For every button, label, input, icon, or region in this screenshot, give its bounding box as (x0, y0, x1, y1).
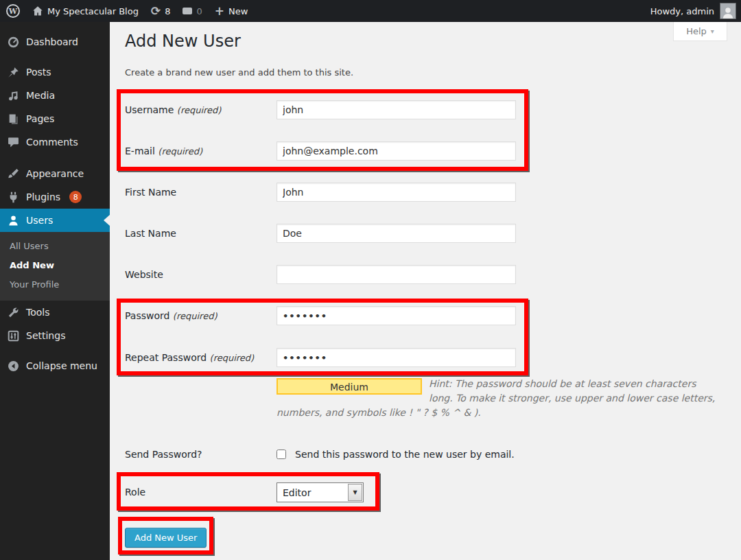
help-button[interactable]: Help ▾ (673, 22, 727, 41)
sidebar-item-appearance[interactable]: Appearance (0, 162, 110, 185)
site-name-link[interactable]: My Spectacular Blog (26, 0, 145, 22)
wordpress-logo-menu[interactable]: W (0, 0, 26, 22)
username-label: Username (125, 104, 174, 115)
sidebar-item-label: Appearance (26, 168, 84, 179)
username-input[interactable] (277, 100, 516, 119)
password-label: Password (125, 310, 169, 321)
website-label: Website (125, 269, 163, 280)
updates-count: 8 (165, 6, 170, 16)
wordpress-logo-icon: W (6, 4, 20, 18)
admin-sidebar: Dashboard Posts Media Pages Comments (0, 22, 110, 560)
submenu-item-your-profile[interactable]: Your Profile (0, 275, 110, 294)
new-label: New (228, 6, 248, 16)
media-icon (6, 90, 20, 102)
comments-icon (6, 137, 20, 148)
sidebar-item-label: Comments (26, 137, 78, 148)
role-label: Role (125, 487, 145, 498)
page-title: Add New User (125, 32, 241, 51)
plugins-update-badge: 8 (69, 191, 82, 203)
sidebar-item-plugins[interactable]: Plugins 8 (0, 185, 110, 209)
comment-bubble-icon (183, 8, 192, 14)
send-password-checkbox-label: Send this password to the new user by em… (295, 449, 515, 460)
new-content-menu[interactable]: + New (209, 0, 255, 22)
sidebar-item-pages[interactable]: Pages (0, 107, 110, 130)
sidebar-item-label: Collapse menu (26, 360, 97, 371)
main-content: Help ▾ Add New User Create a brand new u… (110, 22, 741, 560)
password-strength-meter: Medium (277, 378, 422, 395)
sidebar-item-label: Posts (26, 67, 51, 78)
collapse-arrow-icon (6, 360, 20, 372)
dashboard-icon (6, 36, 20, 48)
users-submenu: All Users Add New Your Profile (0, 232, 110, 301)
first-name-label: First Name (125, 187, 176, 198)
first-name-input[interactable] (277, 183, 516, 202)
sidebar-item-posts[interactable]: Posts (0, 60, 110, 84)
sidebar-item-comments[interactable]: Comments (0, 130, 110, 154)
updates-link[interactable]: ⟳ 8 (145, 0, 177, 22)
password-required-note: (required) (173, 311, 217, 321)
select-arrow-icon[interactable]: ▼ (348, 484, 362, 501)
sidebar-item-users[interactable]: Users (0, 209, 110, 232)
plug-icon (6, 191, 20, 203)
password-input[interactable] (277, 306, 516, 325)
sidebar-item-label: Media (26, 90, 55, 101)
wordpress-admin-screen: W My Spectacular Blog ⟳ 8 0 + New H (0, 0, 741, 560)
website-input[interactable] (277, 265, 516, 284)
username-required-note: (required) (177, 105, 222, 115)
sidebar-item-dashboard[interactable]: Dashboard (0, 30, 110, 54)
howdy-admin-link[interactable]: Howdy, admin (650, 6, 714, 16)
plus-icon: + (215, 5, 224, 17)
send-password-checkbox[interactable] (277, 450, 286, 459)
sidebar-item-label: Users (26, 215, 53, 226)
updates-icon: ⟳ (151, 5, 161, 17)
sidebar-item-tools[interactable]: Tools (0, 301, 110, 324)
last-name-input[interactable] (277, 224, 516, 243)
pushpin-icon (6, 67, 20, 78)
last-name-label: Last Name (125, 228, 176, 239)
email-input[interactable] (277, 141, 516, 161)
site-name-label: My Spectacular Blog (47, 6, 139, 16)
role-select[interactable]: Editor ▼ (277, 482, 364, 502)
sidebar-item-label: Dashboard (26, 36, 78, 47)
pages-icon (6, 113, 20, 125)
repeat-password-input[interactable] (277, 348, 516, 367)
settings-icon (6, 330, 20, 342)
comments-count: 0 (196, 6, 202, 16)
email-required-note: (required) (158, 146, 202, 156)
collapse-menu-button[interactable]: Collapse menu (0, 354, 110, 377)
password-hint-area: Medium Hint: The password should be at l… (277, 377, 721, 420)
role-selected-value: Editor (277, 483, 347, 502)
brush-icon (6, 168, 20, 180)
user-icon (6, 215, 20, 226)
wrench-icon (6, 307, 20, 318)
add-new-user-button[interactable]: Add New User (125, 528, 207, 548)
sidebar-item-label: Plugins (26, 191, 60, 202)
page-description: Create a brand new user and add them to … (125, 67, 353, 78)
comments-link[interactable]: 0 (176, 0, 208, 22)
submenu-item-add-new[interactable]: Add New (0, 256, 110, 275)
sidebar-item-label: Tools (26, 307, 50, 318)
home-icon (32, 5, 43, 16)
admin-bar: W My Spectacular Blog ⟳ 8 0 + New H (0, 0, 741, 22)
send-password-label: Send Password? (125, 449, 202, 460)
sidebar-item-label: Settings (26, 330, 65, 341)
sidebar-item-settings[interactable]: Settings (0, 324, 110, 347)
help-label: Help (686, 26, 707, 36)
submenu-item-all-users[interactable]: All Users (0, 237, 110, 256)
repeat-password-label: Repeat Password (125, 352, 207, 363)
sidebar-item-media[interactable]: Media (0, 84, 110, 107)
user-avatar[interactable] (720, 3, 736, 19)
email-label: E-mail (125, 145, 155, 156)
chevron-down-icon: ▾ (711, 27, 714, 35)
sidebar-item-label: Pages (26, 113, 54, 124)
repeat-password-required-note: (required) (210, 353, 255, 363)
